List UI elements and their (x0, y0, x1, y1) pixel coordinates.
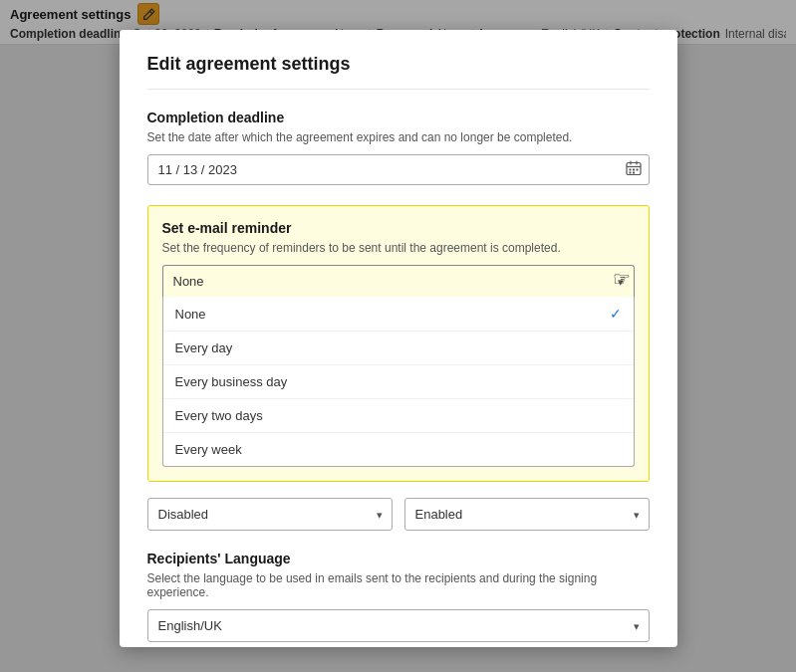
recipients-language-title: Recipients' Language (147, 551, 650, 566)
date-input[interactable] (147, 154, 650, 185)
password-dropdowns: Disabled Enabled ▾ Disabled Enabled ▾ (147, 498, 650, 531)
reminder-dropdown-list: None ✓ Every day Every business day Ever… (162, 297, 635, 467)
reminder-dropdown[interactable]: None ▾ None ✓ Every day Every business d… (162, 265, 635, 467)
date-input-wrapper (147, 154, 650, 185)
password-col2-select[interactable]: Disabled Enabled (404, 498, 650, 531)
check-icon: ✓ (610, 306, 622, 322)
language-dropdown-wrapper: English/UK English/US French German Span… (147, 609, 650, 642)
reminder-dropdown-selected[interactable]: None ▾ (162, 265, 635, 297)
reminder-option-every-week[interactable]: Every week (163, 433, 634, 466)
svg-rect-6 (636, 169, 638, 171)
recipients-language-desc: Select the language to be used in emails… (147, 571, 650, 599)
chevron-down-icon: ▾ (618, 275, 624, 288)
reminder-option-every-day[interactable]: Every day (163, 332, 634, 365)
calendar-icon[interactable] (626, 160, 642, 179)
modal-title: Edit agreement settings (147, 54, 650, 90)
email-reminder-section: Set e-mail reminder Set the frequency of… (147, 205, 650, 482)
password-col1-select[interactable]: Disabled Enabled (147, 498, 393, 531)
password-col1-wrapper: Disabled Enabled ▾ (147, 498, 393, 531)
email-reminder-title: Set e-mail reminder (162, 220, 635, 236)
reminder-option-none[interactable]: None ✓ (163, 297, 634, 332)
svg-rect-5 (633, 169, 635, 171)
modal-overlay: Edit agreement settings Completion deadl… (0, 0, 796, 672)
svg-rect-8 (633, 172, 635, 174)
svg-rect-7 (629, 172, 631, 174)
edit-agreement-modal: Edit agreement settings Completion deadl… (120, 30, 677, 647)
reminder-option-every-business-day[interactable]: Every business day (163, 365, 634, 399)
reminder-selected-value: None (173, 274, 204, 289)
recipients-language-section: Recipients' Language Select the language… (147, 551, 650, 642)
completion-deadline-section-title: Completion deadline (147, 110, 650, 125)
svg-rect-4 (629, 169, 631, 171)
password-col2-wrapper: Disabled Enabled ▾ (404, 498, 650, 531)
language-select[interactable]: English/UK English/US French German Span… (147, 609, 650, 642)
completion-deadline-section: Completion deadline Set the date after w… (147, 110, 650, 185)
completion-deadline-desc: Set the date after which the agreement e… (147, 130, 650, 144)
reminder-option-every-two-days[interactable]: Every two days (163, 399, 634, 433)
email-reminder-desc: Set the frequency of reminders to be sen… (162, 241, 635, 255)
